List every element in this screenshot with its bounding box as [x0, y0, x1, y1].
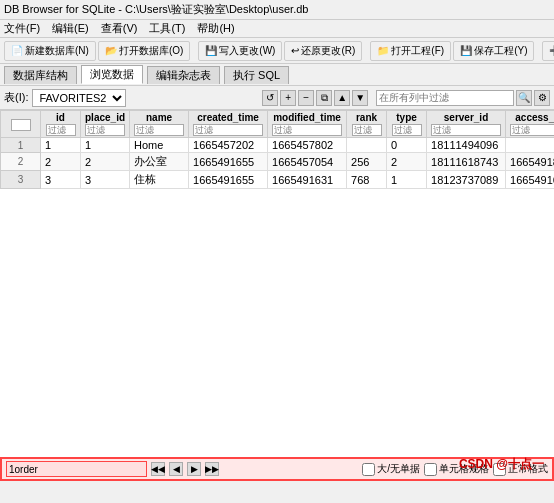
status-input[interactable] — [6, 461, 147, 477]
table-cell[interactable]: Home — [130, 138, 189, 153]
filter-place-id[interactable] — [85, 124, 125, 136]
table-row[interactable]: 222办公室1665491655166545705425621811161874… — [1, 153, 555, 171]
open-database-button[interactable]: 📂 打开数据库(O) — [98, 41, 190, 61]
main-content: 数据库结构 浏览数据 编辑杂志表 执行 SQL 表(I): FAVORITES2… — [0, 64, 554, 481]
table-cell[interactable]: 1665457802 — [268, 138, 347, 153]
write-icon: 💾 — [205, 45, 217, 56]
move-up-button[interactable]: ▲ — [334, 90, 350, 106]
col-header-server-id: server_id — [427, 111, 506, 138]
tab-database-structure[interactable]: 数据库结构 — [4, 66, 77, 84]
table-cell[interactable]: 2 — [387, 153, 427, 171]
refresh-button[interactable]: ↺ — [262, 90, 278, 106]
save-project-button[interactable]: 💾 保存工程(Y) — [453, 41, 534, 61]
table-cell[interactable]: 1665457054 — [268, 153, 347, 171]
tab-browse-data[interactable]: 浏览数据 — [81, 65, 143, 84]
col-header-access-time: access_time — [506, 111, 554, 138]
normal-format-checkbox-label: 正常格式 — [493, 462, 548, 476]
write-changes-button[interactable]: 💾 写入更改(W) — [198, 41, 282, 61]
filter-rank[interactable] — [352, 124, 382, 136]
tab-edit-pragma[interactable]: 编辑杂志表 — [147, 66, 220, 84]
save-proj-icon: 💾 — [460, 45, 472, 56]
new-database-button[interactable]: 📄 新建数据库(N) — [4, 41, 96, 61]
add-row-button[interactable]: + — [280, 90, 296, 106]
cell-format-checkbox[interactable] — [424, 463, 437, 476]
filter-name[interactable] — [134, 124, 184, 136]
table-cell[interactable]: 1665491631 — [268, 171, 347, 189]
col-header-place-id: place_id — [81, 111, 130, 138]
status-bar: ◀◀ ◀ ▶ ▶▶ 大/无单据 单元格规格 正常格式 — [0, 457, 554, 481]
table-selector-bar: 表(I): FAVORITES2 ↺ + − ⧉ ▲ ▼ 🔍 ⚙ — [0, 86, 554, 110]
table-cell[interactable]: 18111618743 — [427, 153, 506, 171]
search-input[interactable] — [376, 90, 514, 106]
table-row[interactable]: 111Home166545720216654578020181114940960 — [1, 138, 555, 153]
cell-format-checkbox-label: 单元格规格 — [424, 462, 489, 476]
revert-changes-button[interactable]: ↩ 还原更改(R) — [284, 41, 362, 61]
config-icon-button[interactable]: ⚙ — [534, 90, 550, 106]
nav-prev-button[interactable]: ◀ — [169, 462, 183, 476]
toolbar: 📄 新建数据库(N) 📂 打开数据库(O) 💾 写入更改(W) ↩ 还原更改(R… — [0, 38, 554, 64]
big-small-checkbox[interactable] — [362, 463, 375, 476]
table-cell[interactable]: 1665457202 — [189, 138, 268, 153]
table-cell[interactable]: 0 — [387, 138, 427, 153]
new-db-icon: 📄 — [11, 45, 23, 56]
filter-id[interactable] — [46, 124, 76, 136]
table-cell[interactable]: 1665491862 — [506, 153, 554, 171]
filter-modified-time[interactable] — [272, 124, 342, 136]
table-cell[interactable]: 256 — [347, 153, 387, 171]
table-cell[interactable]: 办公室 — [130, 153, 189, 171]
table-cell[interactable]: 2 — [81, 153, 130, 171]
table-cell[interactable]: 1665491631 — [506, 171, 554, 189]
table-cell[interactable]: 1 — [387, 171, 427, 189]
table-cell[interactable] — [347, 138, 387, 153]
col-header-type: type — [387, 111, 427, 138]
open-project-button[interactable]: 📁 打开工程(F) — [370, 41, 451, 61]
move-down-button[interactable]: ▼ — [352, 90, 368, 106]
open-db-icon: 📂 — [105, 45, 117, 56]
attach-schema-button[interactable]: ➕ 附加的模式(A) — [542, 41, 554, 61]
table-cell[interactable]: 18111494096 — [427, 138, 506, 153]
table-cell[interactable]: 2 — [41, 153, 81, 171]
search-icon-button[interactable]: 🔍 — [516, 90, 532, 106]
table-row[interactable]: 333住栋16654916551665491631768118123737089… — [1, 171, 555, 189]
tab-execute-sql[interactable]: 执行 SQL — [224, 66, 289, 84]
filter-rownum[interactable] — [11, 119, 31, 131]
table-cell[interactable]: 1665491655 — [189, 171, 268, 189]
menu-view[interactable]: 查看(V) — [101, 21, 138, 36]
filter-created-time[interactable] — [193, 124, 263, 136]
revert-icon: ↩ — [291, 45, 299, 56]
title-bar: DB Browser for SQLite - C:\Users\验证实验室\D… — [0, 0, 554, 20]
nav-last-button[interactable]: ▶▶ — [205, 462, 219, 476]
duplicate-row-button[interactable]: ⧉ — [316, 90, 332, 106]
filter-server-id[interactable] — [431, 124, 501, 136]
nav-first-button[interactable]: ◀◀ — [151, 462, 165, 476]
nav-next-button[interactable]: ▶ — [187, 462, 201, 476]
col-header-id: id — [41, 111, 81, 138]
data-table: id place_id name — [0, 110, 554, 189]
table-select[interactable]: FAVORITES2 — [32, 89, 126, 107]
menu-tools[interactable]: 工具(T) — [149, 21, 185, 36]
menu-bar: 文件(F) 编辑(E) 查看(V) 工具(T) 帮助(H) — [0, 20, 554, 38]
col-header-modified-time: modified_time — [268, 111, 347, 138]
filter-access-time[interactable] — [510, 124, 554, 136]
row-number-cell: 3 — [1, 171, 41, 189]
table-cell[interactable]: 3 — [41, 171, 81, 189]
table-cell[interactable]: 1 — [81, 138, 130, 153]
normal-format-checkbox[interactable] — [493, 463, 506, 476]
table-cell[interactable]: 18123737089 — [427, 171, 506, 189]
delete-row-button[interactable]: − — [298, 90, 314, 106]
menu-edit[interactable]: 编辑(E) — [52, 21, 89, 36]
title-text: DB Browser for SQLite - C:\Users\验证实验室\D… — [4, 2, 308, 17]
menu-file[interactable]: 文件(F) — [4, 21, 40, 36]
menu-help[interactable]: 帮助(H) — [197, 21, 234, 36]
attach-icon: ➕ — [549, 45, 554, 56]
table-cell[interactable]: 住栋 — [130, 171, 189, 189]
col-header-created-time: created_time — [189, 111, 268, 138]
table-cell[interactable]: 3 — [81, 171, 130, 189]
filter-type[interactable] — [392, 124, 422, 136]
row-num-header — [1, 111, 41, 138]
table-area: id place_id name — [0, 110, 554, 457]
table-cell[interactable] — [506, 138, 554, 153]
table-cell[interactable]: 1 — [41, 138, 81, 153]
table-cell[interactable]: 768 — [347, 171, 387, 189]
table-cell[interactable]: 1665491655 — [189, 153, 268, 171]
